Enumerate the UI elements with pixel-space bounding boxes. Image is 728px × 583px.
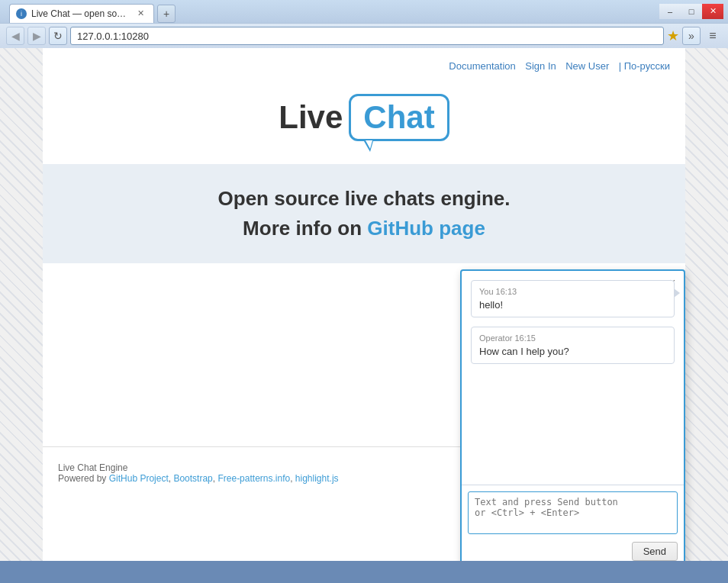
footer-bootstrap-link[interactable]: Bootstrap	[173, 473, 212, 484]
nav-bar: ◀ ▶ ↻ ★ » ≡	[0, 23, 728, 48]
footer-freepatterns-link[interactable]: Free-patterns.info	[217, 473, 290, 484]
browser-tab[interactable]: i Live Chat — open source liv... ✕	[9, 4, 154, 23]
new-user-link[interactable]: New User	[565, 60, 609, 72]
chat-message-you-text: hello!	[479, 299, 666, 311]
chat-message-operator-text: How can I help you?	[479, 346, 666, 357]
logo-chat: Chat	[363, 99, 434, 135]
logo: Live Chat	[279, 94, 449, 141]
footer-highlight-link[interactable]: highlight.js	[295, 473, 339, 484]
tab-close-button[interactable]: ✕	[135, 8, 146, 19]
russian-link[interactable]: | По-русски	[619, 60, 670, 72]
hero-title: Open source live chats engine.	[73, 187, 655, 211]
chat-messages: You 16:13 hello! Operator 16:15 How can …	[462, 271, 684, 485]
chat-message-you-meta: You 16:13	[479, 287, 666, 296]
github-link[interactable]: GitHub page	[367, 217, 485, 240]
hero-subtitle-text: More info on	[243, 217, 367, 240]
browser-window: i Live Chat — open source liv... ✕ + – □…	[0, 0, 728, 561]
chat-input-area: Send	[462, 485, 684, 561]
chat-message-you-tail	[674, 288, 680, 298]
tab-title: Live Chat — open source liv...	[31, 8, 130, 19]
new-tab-button[interactable]: +	[157, 5, 176, 23]
chat-message-operator-meta: Operator 16:15	[479, 333, 666, 343]
minimize-button[interactable]: –	[659, 4, 681, 19]
bookmark-star-icon[interactable]: ★	[667, 27, 679, 44]
back-button[interactable]: ◀	[6, 27, 24, 45]
extensions-button[interactable]: »	[682, 27, 701, 45]
logo-area: Live Chat	[43, 79, 685, 164]
site-navigation: Documentation Sign In New User | По-русс…	[43, 48, 685, 79]
logo-live: Live	[279, 99, 343, 136]
chat-textarea[interactable]	[468, 491, 678, 534]
page-content: Documentation Sign In New User | По-русс…	[0, 48, 728, 561]
refresh-button[interactable]: ↻	[49, 27, 67, 45]
address-bar[interactable]	[70, 27, 664, 45]
maximize-button[interactable]: □	[681, 4, 702, 19]
chat-send-button[interactable]: Send	[632, 542, 678, 561]
browser-menu-button[interactable]: ≡	[704, 27, 722, 45]
chat-message-you: You 16:13 hello!	[471, 280, 675, 317]
logo-bubble-tail-inner	[366, 140, 372, 149]
title-bar: i Live Chat — open source liv... ✕ + – □…	[0, 0, 728, 23]
chat-message-operator: Operator 16:15 How can I help you?	[471, 327, 675, 364]
chat-widget: × You 16:13 hello! Operator 16:15 How ca…	[460, 269, 685, 561]
close-window-button[interactable]: ✕	[702, 4, 723, 19]
tab-favicon: i	[16, 8, 27, 19]
footer-github-link[interactable]: GitHub Project	[109, 473, 169, 484]
hero-section: Open source live chats engine. More info…	[43, 164, 685, 263]
forward-button[interactable]: ▶	[27, 27, 46, 45]
sign-in-link[interactable]: Sign In	[525, 60, 556, 72]
logo-bubble-box: Chat	[349, 94, 449, 141]
hero-subtitle: More info on GitHub page	[73, 217, 655, 240]
documentation-link[interactable]: Documentation	[449, 60, 515, 72]
logo-chat-bubble: Chat	[349, 94, 449, 141]
chat-send-row: Send	[468, 542, 678, 561]
